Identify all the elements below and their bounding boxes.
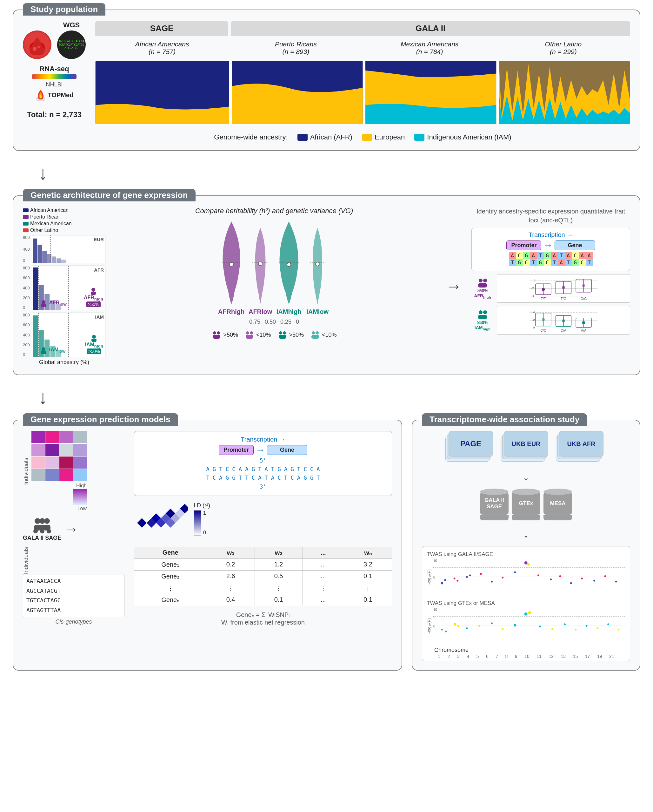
genetic-architecture-section: Genetic architecture of gene expression … [13,195,640,375]
legend-african: African (AFR) [297,133,352,141]
aa-label: African American [30,208,68,213]
svg-point-169 [618,629,620,630]
twas-bottom-plot: 10 5 0 [433,607,626,645]
table-row-n: Geneₙ 0.4 0.1 ... 0.1 [134,594,392,606]
svg-point-45 [259,262,262,266]
ld-diamond-svg [134,502,188,543]
iam-high-label: IAMhigh >50% [85,334,103,354]
svg-point-151 [441,629,443,630]
other-swatch [23,228,29,232]
svg-point-126 [444,579,446,581]
legend-row-aa: African American [23,208,105,213]
svg-point-106 [44,518,50,524]
svg-rect-28 [41,304,46,307]
eur-yaxis: 8004000 [23,235,30,263]
ukb-afr-top: UKB AFR [559,431,603,456]
s3-content: Individuals [23,431,392,626]
svg-text:-2: -2 [531,286,534,290]
svg-point-157 [491,622,493,624]
cyl-mesa-bottom [543,515,572,520]
svg-text:G/G: G/G [581,297,587,301]
gene-expression-label: Gene expression prediction models [23,413,178,426]
gene-expr-heatmap: High Low [32,431,87,511]
y-label-075: 0.75 [249,319,260,325]
td-w2-1: 1.2 [254,559,303,570]
european-label: European [374,133,405,141]
violin-afr-low-svg [248,218,273,307]
th-gene: Gene [134,547,207,559]
td-wn-n: 0.1 [344,594,392,606]
svg-text:C/A: C/A [561,328,567,332]
svg-rect-58 [279,335,286,339]
manhattan-bottom-svg: 10 5 0 [433,607,626,645]
eqtl-plots: ≥50% AFRhigh [472,274,630,334]
chromosome-axis-label: Chromosome [427,646,626,654]
blood-drop-svg [27,34,47,56]
svg-rect-5 [230,61,232,124]
svg-rect-39 [41,351,46,354]
cyl-mesa-body: MESA [543,492,572,514]
violin-title: Compare heritability (h²) and genetic va… [112,207,437,215]
th-w2: w₂ [254,547,303,559]
sage-header: SAGE [95,21,228,36]
violin-section: Compare heritability (h²) and genetic va… [112,207,437,366]
data-type-icons: WGS AGTCGATGCTAGCGATCGATCGATCGATCGATCGAT… [23,21,86,59]
high-label: High [76,483,87,488]
eur-axis-label: EUR [94,237,104,242]
heatmap-legend: High Low [32,483,87,511]
cell-10 [46,456,59,469]
twas-content: PAGE UKB EUR [422,431,630,661]
y-label-025: 0.25 [280,319,291,325]
iam-high-icon-legend: >50% [277,330,304,339]
svg-point-132 [491,581,493,583]
svg-rect-11 [33,238,37,263]
svg-point-83 [479,310,483,314]
svg-point-131 [480,573,482,575]
table-row-1: Gene₁ 0.2 1.2 ... 3.2 [134,559,392,570]
svg-rect-55 [246,335,253,339]
ancestry-chart [95,61,630,124]
svg-point-137 [537,574,539,576]
td-w2-n: 0.1 [254,594,303,606]
violin-iam-high-label: IAMhigh [277,308,301,316]
ancestry-legend: Genome-wide ancestry: African (AFR) Euro… [95,133,630,141]
formula: Geneₙ = Σᵢ WᵢSNPᵢ Wᵢ from elastic net re… [134,611,392,626]
svg-rect-85 [478,315,487,319]
violin-afr-high: AFRhigh [218,218,244,316]
rnaseq-bar [32,74,76,79]
pr-label: Puerto Rican [30,214,60,220]
th-wn: wₙ [344,547,392,559]
td-gene1: Gene₁ [134,559,207,570]
svg-rect-13 [42,251,47,263]
svg-text:C/C: C/C [540,328,546,332]
svg-rect-20 [33,267,38,310]
cyl-mesa-label: MESA [550,501,565,507]
legend-row-mex: Mexican American [23,221,105,226]
histogram-panel: African American Puerto Rican Mexican Am… [23,207,105,366]
topmed-icon [35,89,46,101]
ld-block: LD (r²) 1 0 [134,502,392,543]
total-n: Total: n = 2,733 [27,110,82,119]
study-headers: SAGE GALA II [95,21,630,36]
svg-point-168 [607,623,609,625]
study-population-label: Study population [23,3,105,15]
cell-2 [46,431,59,443]
arrow-gene: → [543,240,553,251]
svg-point-139 [559,575,561,577]
svg-text:A/A: A/A [581,328,587,332]
yaxis-bottom-label: -log₁₀[P] [427,608,431,643]
td-dots-n: ... [303,594,344,606]
svg-point-110 [33,529,38,533]
eur-hist: EUR [32,235,105,263]
promoter-box: Promoter [506,241,541,250]
legend-row-pr: Puerto Rican [23,214,105,220]
svg-rect-16 [56,258,61,263]
heatmap-grid [32,431,87,481]
study-population-content: WGS AGTCGATGCTAGCGATCGATCGATCGATCGATCGAT… [23,21,630,141]
eqtl-afr-plot: T/T T/G G/G [497,274,630,303]
rnaseq-panel: RNA-seq NHLBI TOPMed [32,65,76,101]
hist-legend: African American Puerto Rican Mexican Am… [23,207,105,234]
ld-tick-labels: 1 0 [203,510,206,536]
svg-point-134 [514,571,516,573]
page-card-stack: PAGE [445,431,496,463]
